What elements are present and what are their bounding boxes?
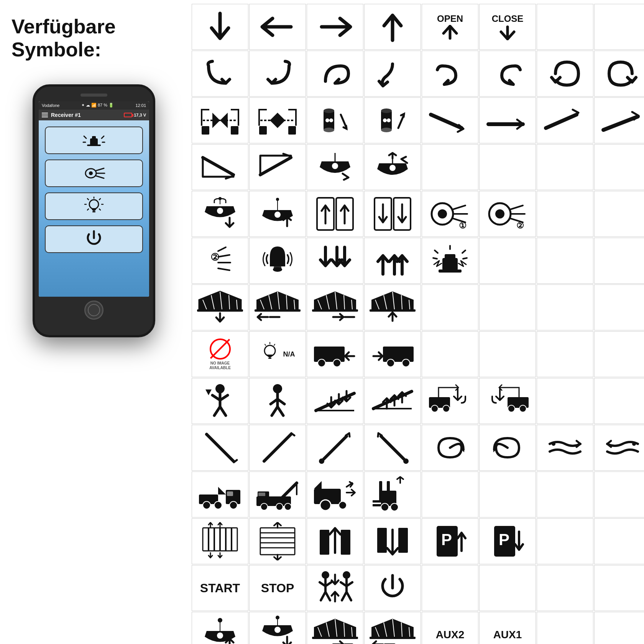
sym-crane-truck[interactable] (249, 472, 306, 518)
sym-expand-h[interactable] (249, 97, 306, 143)
sym-awning-right[interactable] (307, 284, 363, 330)
sym-spiral-cw[interactable] (422, 425, 478, 471)
sym-arrow-left[interactable] (249, 4, 306, 50)
sym-up-arrows-double-box[interactable] (307, 191, 363, 237)
sym-boat-up[interactable] (364, 144, 421, 190)
sym-double-up[interactable] (364, 238, 421, 284)
sym-empty-r7-6 (479, 284, 536, 330)
sym-anchor-boat-up[interactable] (249, 191, 306, 237)
sym-anchor-boat-down2[interactable] (249, 612, 306, 644)
sym-close-down[interactable]: CLOSE (479, 4, 536, 50)
sym-boat-down[interactable] (307, 144, 363, 190)
sym-awning-up[interactable] (364, 284, 421, 330)
sym-headlight-circle-2[interactable]: ② (479, 191, 536, 237)
phone-button-alarm[interactable] (45, 127, 143, 154)
sym-empty-r13-5 (422, 565, 478, 611)
sym-person-up1[interactable] (192, 378, 248, 424)
sym-awning-right2[interactable] (307, 612, 363, 644)
svg-point-31 (329, 118, 333, 122)
svg-point-154 (381, 503, 389, 511)
sym-arrow-down[interactable] (192, 4, 248, 50)
sym-column-up[interactable] (307, 518, 363, 564)
sym-empty-r13-8 (594, 565, 644, 611)
sym-ramp-down-arrows[interactable] (307, 378, 363, 424)
phone-button-power[interactable] (45, 225, 143, 253)
svg-rect-71 (445, 254, 455, 259)
sym-curve-1[interactable] (192, 51, 248, 97)
sym-empty-r7-7 (537, 284, 593, 330)
sym-diagonal-close[interactable] (249, 425, 306, 471)
sym-gate-down-up[interactable] (192, 518, 248, 564)
sym-siren-flash[interactable] (422, 238, 478, 284)
sym-awning-left2[interactable] (364, 612, 421, 644)
sym-bell[interactable] (249, 238, 306, 284)
sym-compress-h[interactable] (192, 97, 248, 143)
sym-cylinder-up[interactable] (364, 97, 421, 143)
sym-truck-arrow-right[interactable] (364, 331, 421, 377)
phone-home-button[interactable] (84, 301, 104, 320)
sym-wind-left[interactable] (594, 425, 644, 471)
sym-circle-2-rays[interactable]: ② (192, 238, 248, 284)
sym-diagonal-mid1[interactable] (307, 425, 363, 471)
phone-speaker (80, 94, 107, 97)
sym-arrow-right[interactable] (307, 4, 363, 50)
sym-incline-flat[interactable] (479, 97, 536, 143)
sym-incline-up2[interactable] (594, 97, 644, 143)
sym-truck-arrow-left[interactable] (307, 331, 363, 377)
sym-empty-r6-8 (594, 238, 644, 284)
sym-double-down[interactable] (307, 238, 363, 284)
sym-headlight-circle-1[interactable]: ① (422, 191, 478, 237)
sym-stop-label[interactable]: STOP (249, 565, 306, 611)
sym-incline-up[interactable] (537, 97, 593, 143)
sym-awning-down[interactable] (192, 284, 248, 330)
sym-tractor-left[interactable] (307, 472, 363, 518)
sym-parking-up[interactable]: P (422, 518, 478, 564)
sym-arrow-up[interactable] (364, 4, 421, 50)
sym-person-down-up[interactable] (307, 565, 363, 611)
svg-rect-89 (255, 309, 301, 312)
sym-grate-up-down[interactable] (249, 518, 306, 564)
sym-curve-4[interactable] (364, 51, 421, 97)
svg-point-39 (389, 165, 396, 171)
sym-incline-down[interactable] (422, 97, 478, 143)
sym-aux1-label[interactable]: AUX1 (479, 612, 536, 644)
sym-curve-7[interactable] (537, 51, 593, 97)
sym-anchor-boat-down[interactable] (192, 191, 248, 237)
sym-awning-left[interactable] (249, 284, 306, 330)
sym-curve-6[interactable] (479, 51, 536, 97)
sym-power-circle[interactable] (364, 565, 421, 611)
sym-empty-r8-6 (479, 331, 536, 377)
sym-bulb-na[interactable]: N/A (249, 331, 306, 377)
sym-ramp-up[interactable] (249, 144, 306, 190)
sym-down-arrows-double-box[interactable] (364, 191, 421, 237)
sym-curve-2[interactable] (249, 51, 306, 97)
sym-parking-down[interactable]: P (479, 518, 536, 564)
sym-dump-truck[interactable] (192, 472, 248, 518)
sym-winch-right[interactable] (479, 378, 536, 424)
sym-forklift[interactable] (364, 472, 421, 518)
sym-anchor-boat-up2[interactable] (192, 612, 248, 644)
sym-open-up[interactable]: OPEN (422, 4, 478, 50)
sym-aux2-label[interactable]: AUX2 (422, 612, 478, 644)
svg-line-64 (218, 247, 226, 251)
sym-person-up2[interactable] (249, 378, 306, 424)
sym-wind-right[interactable] (537, 425, 593, 471)
sym-winch-left[interactable] (422, 378, 478, 424)
sym-start-label[interactable]: START (192, 565, 248, 611)
sym-cylinder-down[interactable] (307, 97, 363, 143)
sym-ramp-up-arrows[interactable] (364, 378, 421, 424)
sym-diagonal-open[interactable] (192, 425, 248, 471)
phone-button-bulb[interactable] (45, 192, 143, 220)
sym-empty-r7-5 (422, 284, 478, 330)
sym-curve-3[interactable] (307, 51, 363, 97)
sym-curve-5[interactable] (422, 51, 478, 97)
svg-line-53 (453, 205, 465, 209)
phone-button-headlight[interactable] (45, 159, 143, 187)
sym-ramp-down-left[interactable] (192, 144, 248, 190)
sym-column-down[interactable] (364, 518, 421, 564)
sym-diagonal-mid2[interactable] (364, 425, 421, 471)
sym-curve-8[interactable] (594, 51, 644, 97)
sym-spiral-ccw[interactable] (479, 425, 536, 471)
hamburger-icon[interactable] (42, 113, 48, 117)
svg-point-28 (324, 108, 334, 113)
